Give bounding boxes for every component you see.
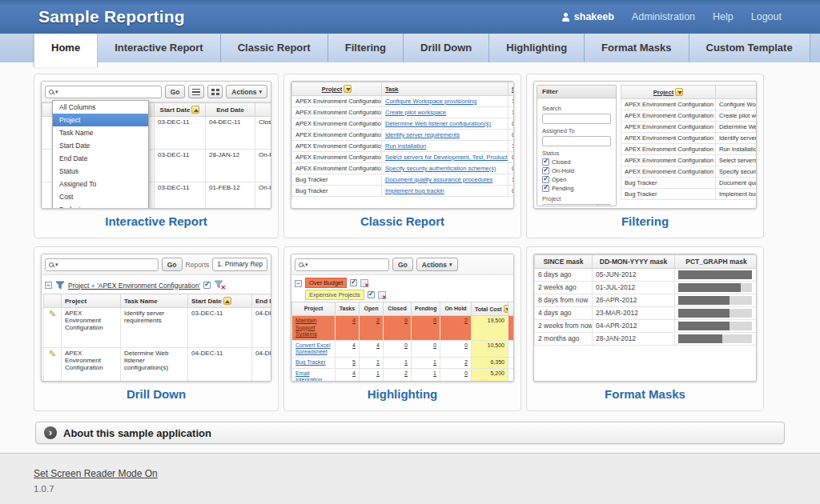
dd-col-task: Task Name bbox=[121, 294, 188, 308]
dd-toolbar: ▾ Go Reports 1. Primary Rep bbox=[42, 254, 271, 275]
table-row: Email Integration 4 1 2 1 0 5,200 bbox=[292, 368, 515, 382]
table-row: APEX Environment Configuration Select se… bbox=[292, 152, 515, 163]
table-row: Bug Tracker Implement bug trackin bbox=[621, 189, 758, 200]
caption-highlighting[interactable]: Highlighting bbox=[291, 387, 514, 401]
status-label: Status bbox=[542, 150, 611, 157]
table-row: 2 weeks ago 01-JUL-2012 bbox=[535, 282, 758, 294]
reports-label: Reports bbox=[186, 261, 210, 269]
page-footer: Set Screen Reader Mode On 1.0.7 bbox=[0, 453, 820, 504]
filter-panel-title: Filter bbox=[537, 86, 616, 98]
table-row: APEX Environment Configuration Determine… bbox=[621, 122, 758, 133]
task-link: Run installation bbox=[382, 141, 508, 152]
task-link: Determine Web listener configuration(s) bbox=[382, 118, 508, 130]
tab[interactable]: Highlighting bbox=[489, 34, 585, 62]
screen: Sample Reporting shakeeb Administration … bbox=[0, 0, 820, 504]
about-sample-application-bar[interactable]: › About this sample application bbox=[35, 422, 785, 444]
table-row: APEX Environment Configuration Run insta… bbox=[621, 144, 758, 155]
tab[interactable]: Classic Report bbox=[221, 34, 328, 62]
ir-go-button: Go bbox=[165, 85, 186, 98]
app-title: Sample Reporting bbox=[38, 7, 185, 26]
report-select: 1. Primary Rep bbox=[212, 258, 267, 271]
pct-graph-bar bbox=[678, 334, 752, 343]
dd-col-project: Project bbox=[62, 294, 121, 308]
tab[interactable]: Custom Template bbox=[689, 34, 810, 62]
pct-graph-bar bbox=[678, 283, 752, 292]
nav-help[interactable]: Help bbox=[713, 11, 734, 22]
hl-col-total-cost: Total Cost bbox=[472, 302, 508, 316]
assigned-to-field bbox=[542, 136, 611, 146]
screen-reader-mode-link[interactable]: Set Screen Reader Mode On bbox=[34, 468, 158, 479]
hl-toolbar: ▾ Go Actions▾ bbox=[291, 254, 513, 275]
table-row: 6 days ago 05-JUN-2012 bbox=[535, 269, 758, 282]
filtering-table: Project Task APEX Environment Configurat… bbox=[621, 85, 757, 200]
table-row: APEX Environment Configuration Identify … bbox=[621, 133, 758, 144]
filter-panel: Filter Search Assigned To Status Closed bbox=[537, 85, 617, 206]
drill-down-thumbnail: ▾ Go Reports 1. Primary Rep − Project = … bbox=[41, 254, 271, 382]
status-checkbox-row: Closed bbox=[542, 158, 611, 166]
tab[interactable]: Drill Down bbox=[404, 34, 489, 62]
hl-col-onhold: On Hold bbox=[440, 302, 472, 316]
table-row: Bug Tracker Document quality assurance p… bbox=[292, 174, 515, 186]
sort-desc-icon bbox=[344, 85, 352, 93]
highlighting-thumbnail: ▾ Go Actions▾ − Over Budget Expensi bbox=[291, 254, 514, 382]
task-link: Configure Workspace provisioning bbox=[382, 96, 508, 107]
card-highlighting[interactable]: ▾ Go Actions▾ − Over Budget Expensi bbox=[283, 246, 521, 411]
nav-administration[interactable]: Administration bbox=[632, 11, 695, 22]
filter-funnel-icon bbox=[55, 281, 65, 290]
filt-col-project: Project bbox=[621, 86, 716, 99]
table-row: ✎ APEX Environment Configuration Determi… bbox=[44, 348, 272, 382]
tab-bar: HomeInteractive ReportClassic ReportFilt… bbox=[0, 34, 820, 62]
table-row: 2 months ago 28-JAN-2012 bbox=[535, 333, 758, 346]
dd-col-end: End Date bbox=[252, 294, 272, 308]
card-drill-down[interactable]: ▾ Go Reports 1. Primary Rep − Project = … bbox=[34, 246, 279, 411]
search-label: Search bbox=[542, 105, 611, 112]
caption-classic-report[interactable]: Classic Report bbox=[291, 214, 514, 228]
card-classic-report[interactable]: Project Task Start Date APEX Environment… bbox=[283, 74, 521, 238]
hl-col-open: Open bbox=[360, 302, 384, 316]
hl-go-button: Go bbox=[392, 258, 413, 271]
search-field bbox=[542, 114, 611, 124]
caption-interactive-report[interactable]: Interactive Report bbox=[41, 214, 271, 228]
user-icon bbox=[561, 13, 570, 22]
checkbox-checked-icon bbox=[368, 291, 375, 298]
menu-item: Cost bbox=[53, 190, 148, 203]
nav-logout[interactable]: Logout bbox=[751, 11, 782, 22]
caption-filtering[interactable]: Filtering bbox=[533, 214, 757, 228]
fm-col-pct: PCT_GRAPH mask bbox=[675, 255, 758, 269]
edit-pencil-icon: ✎ bbox=[49, 309, 56, 318]
card-interactive-report[interactable]: ▾ Go Actions▾ Start Date End Date bbox=[34, 74, 279, 238]
ir-search-input: ▾ bbox=[45, 86, 162, 98]
dd-filter-link: Project = 'APEX Environment Configuratio… bbox=[68, 282, 200, 290]
caption-format-masks[interactable]: Format Masks bbox=[533, 387, 757, 401]
tab[interactable]: Home bbox=[34, 34, 98, 67]
project-label: Project bbox=[542, 195, 611, 202]
header-nav: shakeeb Administration Help Logout bbox=[561, 11, 782, 22]
table-row: APEX Environment Configuration Configure… bbox=[292, 96, 515, 107]
icon-view-icon bbox=[211, 89, 219, 95]
checkbox-checked-icon bbox=[203, 282, 211, 289]
fm-col-date: DD-MON-YYYY mask bbox=[593, 255, 675, 269]
caption-drill-down[interactable]: Drill Down bbox=[41, 387, 271, 401]
cr-col-task: Task bbox=[382, 82, 508, 96]
checkbox-checked-icon bbox=[542, 158, 549, 166]
format-masks-thumbnail: SINCE mask DD-MON-YYYY mask PCT_GRAPH ma… bbox=[533, 254, 757, 382]
checkbox-checked-icon bbox=[350, 279, 357, 286]
user-menu[interactable]: shakeeb bbox=[561, 11, 614, 22]
tab[interactable]: Interactive Report bbox=[98, 34, 221, 62]
tab[interactable]: Format Masks bbox=[585, 34, 689, 62]
chevron-down-icon: ▾ bbox=[55, 262, 58, 267]
card-format-masks[interactable]: SINCE mask DD-MON-YYYY mask PCT_GRAPH ma… bbox=[526, 246, 764, 411]
tab[interactable]: Filtering bbox=[328, 34, 404, 62]
menu-item: Start Date bbox=[53, 139, 148, 152]
main-content: ▾ Go Actions▾ Start Date End Date bbox=[0, 62, 820, 444]
filtering-thumbnail: Filter Search Assigned To Status Closed bbox=[533, 81, 757, 209]
hl-search-input: ▾ bbox=[295, 258, 389, 271]
table-row: APEX Environment Configuration Configure… bbox=[621, 99, 758, 110]
app-header: Sample Reporting shakeeb Administration … bbox=[0, 0, 820, 34]
hl-col-project: Project bbox=[292, 302, 336, 316]
card-filtering[interactable]: Filter Search Assigned To Status Closed bbox=[526, 74, 764, 238]
task-link: Create pilot workspace bbox=[382, 107, 508, 118]
table-row: APEX Environment Configuration Specify s… bbox=[621, 166, 758, 178]
sort-asc-icon bbox=[223, 297, 231, 305]
search-icon bbox=[299, 262, 303, 267]
